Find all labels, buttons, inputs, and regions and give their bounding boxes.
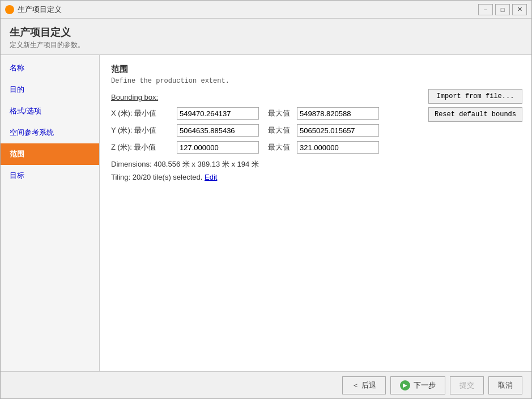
sidebar-item-purpose[interactable]: 目的 xyxy=(1,79,99,100)
window-title: 生产项目定义 xyxy=(18,5,478,15)
right-buttons: Import from file... Reset default bounds xyxy=(428,89,522,122)
z-min-input[interactable] xyxy=(177,141,259,154)
z-max-label: 最大值 xyxy=(268,142,290,152)
y-max-input[interactable] xyxy=(297,124,379,137)
title-bar: 生产项目定义 − □ ✕ xyxy=(1,1,531,19)
tiling-text: Tiling: 20/20 tile(s) selected. Edit xyxy=(111,173,520,181)
content-area: 范围 Define the production extent. Boundin… xyxy=(100,55,531,371)
y-coord-row: Y (米): 最小值 最大值 xyxy=(111,124,520,137)
sidebar: 名称 目的 格式/选项 空间参考系统 范围 目标 xyxy=(1,55,100,371)
next-label: 下一步 xyxy=(414,380,436,390)
tiling-label: Tiling: 20/20 tile(s) selected. xyxy=(111,173,202,181)
section-desc: Define the production extent. xyxy=(111,77,520,85)
sidebar-item-spatial[interactable]: 空间参考系统 xyxy=(1,122,99,143)
tiling-edit-link[interactable]: Edit xyxy=(205,173,217,181)
y-min-input[interactable] xyxy=(177,124,259,137)
x-max-input[interactable] xyxy=(297,107,379,120)
sidebar-item-name[interactable]: 名称 xyxy=(1,57,99,79)
footer: ＜ 后退 ▶ 下一步 提交 取消 xyxy=(1,371,531,398)
close-button[interactable]: ✕ xyxy=(512,4,527,15)
sidebar-item-format[interactable]: 格式/选项 xyxy=(1,100,99,122)
window-controls: − □ ✕ xyxy=(478,4,527,15)
main-content: 名称 目的 格式/选项 空间参考系统 范围 目标 范围 Define the p… xyxy=(1,55,531,371)
reset-default-bounds-button[interactable]: Reset default bounds xyxy=(428,107,522,122)
header-subtitle: 定义新生产项目的参数。 xyxy=(10,40,522,50)
z-max-input[interactable] xyxy=(297,141,379,154)
sidebar-item-range[interactable]: 范围 xyxy=(1,143,99,165)
header-title: 生产项目定义 xyxy=(10,26,522,39)
main-window: 生产项目定义 − □ ✕ 生产项目定义 定义新生产项目的参数。 名称 目的 格式… xyxy=(0,0,532,399)
minimize-button[interactable]: − xyxy=(478,4,493,15)
back-button[interactable]: ＜ 后退 xyxy=(342,376,386,394)
section-title: 范围 xyxy=(111,64,520,75)
next-button[interactable]: ▶ 下一步 xyxy=(390,376,445,394)
y-max-label: 最大值 xyxy=(268,125,290,135)
x-min-input[interactable] xyxy=(177,107,259,120)
x-max-label: 最大值 xyxy=(268,108,290,118)
sidebar-item-target[interactable]: 目标 xyxy=(1,165,99,186)
z-min-label: Z (米): 最小值 xyxy=(111,142,173,152)
cancel-button[interactable]: 取消 xyxy=(488,376,522,394)
x-min-label: X (米): 最小值 xyxy=(111,108,173,118)
next-icon: ▶ xyxy=(400,380,410,390)
header-section: 生产项目定义 定义新生产项目的参数。 xyxy=(1,19,531,55)
submit-button[interactable]: 提交 xyxy=(450,376,484,394)
dimensions-text: Dimensions: 408.556 米 x 389.13 米 x 194 米 xyxy=(111,159,520,169)
y-min-label: Y (米): 最小值 xyxy=(111,125,173,135)
z-coord-row: Z (米): 最小值 最大值 xyxy=(111,141,520,154)
app-icon xyxy=(5,5,14,14)
maximize-button[interactable]: □ xyxy=(495,4,510,15)
import-from-file-button[interactable]: Import from file... xyxy=(428,89,522,104)
